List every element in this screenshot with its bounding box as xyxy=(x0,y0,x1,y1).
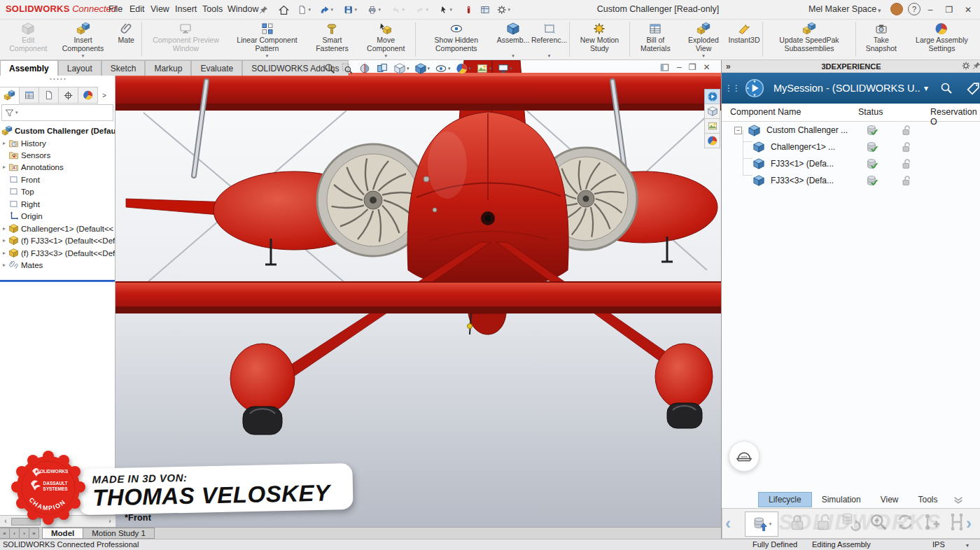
select-cursor-button[interactable]: ▾ xyxy=(438,3,452,17)
session-row-fj33-1[interactable]: FJ33<1> (Defa... xyxy=(722,155,980,172)
tag-icon[interactable] xyxy=(966,81,980,96)
help-button[interactable]: ? xyxy=(908,3,920,15)
menu-tools[interactable]: Tools xyxy=(202,4,223,14)
favorites-icon[interactable] xyxy=(952,493,965,506)
doc-restore-button[interactable]: ❐ xyxy=(689,62,696,72)
tab-motion-study-1[interactable]: Motion Study 1 xyxy=(83,528,155,539)
3dexperience-compass-button[interactable] xyxy=(704,89,720,104)
view-settings-icon[interactable]: ▾ xyxy=(497,62,513,75)
rollback-bar[interactable] xyxy=(0,280,115,282)
expand-arrow-icon[interactable]: ▸ xyxy=(0,164,8,170)
collapse-node-icon[interactable]: − xyxy=(734,127,742,134)
search-icon[interactable] xyxy=(939,81,953,95)
tab-dimxpert-manager[interactable] xyxy=(58,87,78,104)
ribbon-assembly-features[interactable]: Assemb...▾ xyxy=(496,21,531,59)
menu-window[interactable]: Window xyxy=(227,4,258,14)
tab-layout[interactable]: Layout xyxy=(58,60,102,76)
menu-insert[interactable]: Insert xyxy=(175,4,197,14)
ribbon-take-snapshot[interactable]: Take Snapshot xyxy=(858,21,905,59)
tree-item-mates[interactable]: ▸Mates xyxy=(0,259,115,271)
units-caret-icon[interactable]: ▾ xyxy=(966,542,969,549)
new-document-button[interactable]: ▾ xyxy=(297,3,311,17)
edit-appearance-icon[interactable]: ▾ xyxy=(456,62,472,75)
expand-arrow-icon[interactable]: ▸ xyxy=(0,225,8,232)
realview-button[interactable] xyxy=(704,133,720,148)
expand-arrow-icon[interactable]: ▸ xyxy=(0,237,8,244)
ribbon-instant3d[interactable]: Instant3D xyxy=(727,21,761,59)
tab-assembly[interactable]: Assembly xyxy=(0,60,58,76)
ribbon-reference-geometry[interactable]: Referenc...▾ xyxy=(531,21,568,59)
col-status[interactable]: Status xyxy=(858,107,883,117)
expand-arrow-icon[interactable]: ▸ xyxy=(0,262,8,268)
tree-item-front-plane[interactable]: Front xyxy=(0,174,115,185)
performance-monitor-icon[interactable] xyxy=(461,3,475,17)
lock-button[interactable] xyxy=(787,512,808,533)
menu-view[interactable]: View xyxy=(150,4,169,14)
scroll-right-icon[interactable]: › xyxy=(106,517,114,526)
replace-structure-button[interactable] xyxy=(946,512,967,533)
tree-item-root[interactable]: Custom Challenger (Default<D xyxy=(0,125,115,136)
home-button[interactable] xyxy=(276,3,290,17)
pane-pin-icon[interactable] xyxy=(972,61,980,71)
tab-simulation[interactable]: Simulation xyxy=(812,492,871,507)
nav-prev-icon[interactable]: ‹ xyxy=(9,528,20,539)
zoom-to-area-icon[interactable] xyxy=(341,62,354,75)
avatar[interactable] xyxy=(890,3,903,15)
session-row-fj33-3[interactable]: FJ33<3> (Defa... xyxy=(722,172,980,189)
pin-menu-icon[interactable] xyxy=(256,3,270,17)
hide-show-items-icon[interactable]: ▾ xyxy=(435,62,451,75)
nav-last-icon[interactable]: » xyxy=(29,528,39,539)
save-to-3dexperience-button[interactable]: ▾ xyxy=(745,512,778,537)
col-component-name[interactable]: Component Name xyxy=(730,107,801,117)
doc-close-button[interactable]: ✕ xyxy=(703,62,710,72)
tab-property-manager[interactable] xyxy=(19,87,39,104)
tab-tools[interactable]: Tools xyxy=(909,492,948,507)
tree-item-fj33-3[interactable]: ▸(f) FJ33<3> (Default<<Def xyxy=(0,247,115,259)
expand-pane-icon[interactable]: » xyxy=(726,60,731,73)
update-database-button[interactable] xyxy=(840,512,861,533)
open-button[interactable]: ▾ xyxy=(319,3,333,17)
close-button[interactable]: ✕ xyxy=(960,3,976,17)
display-states-button[interactable] xyxy=(704,104,720,119)
tab-model[interactable]: Model xyxy=(42,528,83,539)
nav-next-icon[interactable]: › xyxy=(19,528,29,539)
expand-arrow-icon[interactable]: ▸ xyxy=(0,140,8,146)
view-orientation-icon[interactable]: ▾ xyxy=(393,62,410,75)
workspace-selector[interactable]: Mel Maker Space xyxy=(808,4,876,14)
display-style-icon[interactable]: ▾ xyxy=(414,62,430,75)
tree-filter-input[interactable]: ▾ xyxy=(1,104,113,121)
doc-minimize-button[interactable]: – xyxy=(677,62,682,72)
tree-item-annotations[interactable]: ▸Annotations xyxy=(0,161,115,173)
tree-item-sensors[interactable]: Sensors xyxy=(0,149,115,161)
tree-item-right-plane[interactable]: Right xyxy=(0,198,115,210)
tab-configuration-manager[interactable] xyxy=(38,87,59,104)
save-button[interactable]: ▾ xyxy=(343,3,357,17)
redo-button[interactable]: ▾ xyxy=(414,3,428,17)
tab-markup[interactable]: Markup xyxy=(145,60,191,76)
ribbon-edit-component[interactable]: Edit Component xyxy=(3,21,54,59)
nav-first-icon[interactable]: « xyxy=(0,528,10,539)
tab-overflow-icon[interactable]: > xyxy=(98,87,111,104)
tree-item-history[interactable]: ▸History xyxy=(0,137,115,149)
ribbon-component-preview-window[interactable]: Component Preview Window xyxy=(144,21,228,59)
tab-sketch[interactable]: Sketch xyxy=(102,60,146,76)
ribbon-new-motion-study[interactable]: New Motion Study xyxy=(571,21,628,59)
status-units[interactable]: IPS xyxy=(932,540,945,549)
maximize-button[interactable]: ❐ xyxy=(941,3,957,17)
ribbon-move-component[interactable]: Move Component▾ xyxy=(358,21,414,59)
tree-item-challenger[interactable]: ▸Challenger<1> (Default<< xyxy=(0,223,115,234)
tab-display-manager[interactable] xyxy=(78,87,98,104)
show-pane-icon[interactable] xyxy=(659,62,670,73)
ribbon-insert-components[interactable]: Insert Components▾ xyxy=(54,21,113,59)
menu-file[interactable]: File xyxy=(108,4,122,14)
ribbon-update-speedpak[interactable]: Update SpeedPak Subassemblies xyxy=(764,21,854,59)
ribbon-smart-fasteners[interactable]: Smart Fasteners xyxy=(306,21,358,59)
scroll-left-icon[interactable]: ‹ xyxy=(1,517,10,526)
viewport-3d-model[interactable] xyxy=(115,60,721,527)
ribbon-linear-component-pattern[interactable]: Linear Component Pattern▾ xyxy=(228,21,306,59)
print-button[interactable]: ▾ xyxy=(367,3,381,17)
ribbon-large-assembly-settings[interactable]: Large Assembly Settings xyxy=(905,21,979,59)
appearance-scene-button[interactable] xyxy=(704,118,720,134)
tab-evaluate[interactable]: Evaluate xyxy=(191,60,242,76)
unlock-button[interactable] xyxy=(813,512,834,533)
